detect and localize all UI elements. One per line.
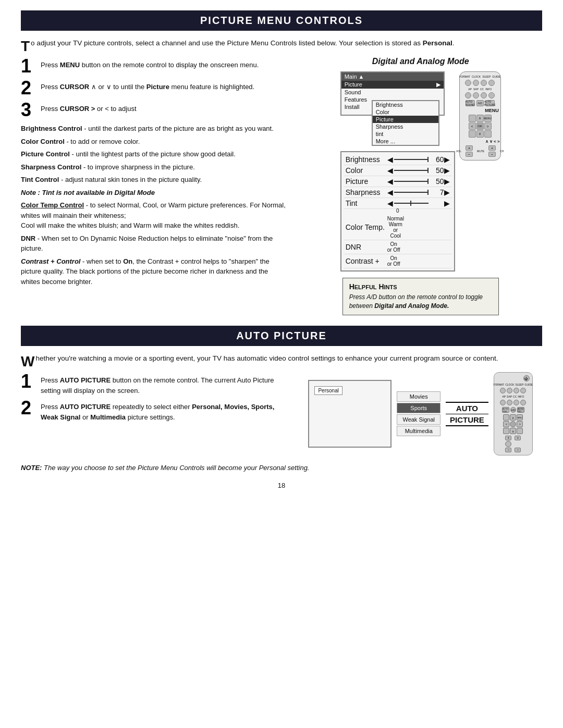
auto-picture-label-block: AUTO PICTURE (446, 402, 488, 426)
ad-btn[interactable]: A/D (476, 100, 484, 106)
step-3: 3 Press CURSOR > or < to adjust (21, 101, 288, 119)
rsm-ch-plus[interactable]: + (515, 436, 521, 440)
small-remote-mock: ⏻ FORMAT CLOCK SLEEP GUIDE AP SAP (494, 372, 533, 455)
nav-down[interactable]: ∨ (476, 130, 484, 138)
vol-controls: + − (466, 145, 473, 157)
rsm-nav-up[interactable]: ∧ (510, 414, 516, 421)
color-control: Color Control - to add or remove color. (21, 137, 288, 147)
clock-btn[interactable] (473, 80, 479, 86)
step-text-1: Press MENU button on the remote control … (41, 57, 259, 70)
guide-btn[interactable] (488, 80, 495, 86)
rsm-vol-plus[interactable]: + (505, 436, 511, 440)
rsm-nav-left[interactable]: < (503, 421, 509, 427)
sub-brightness: Brightness (373, 101, 438, 108)
rsm-nav-empty-br (517, 428, 523, 434)
rsm-mid-btn[interactable] (505, 441, 511, 447)
rsm-ch-controls: + − (515, 436, 521, 452)
rsm-format-btn[interactable] (500, 388, 506, 393)
step-num-1: 1 (21, 57, 36, 76)
nav-ok[interactable]: OK (476, 122, 484, 130)
personal-bold: Personal (423, 39, 452, 47)
nav-left[interactable]: < (469, 122, 476, 130)
tint-note: Note : Tint is not available in Digital … (21, 188, 288, 198)
rsm-power-row: ⏻ (496, 375, 531, 381)
drop-cap-w: W (21, 354, 34, 369)
step-num-3: 3 (21, 101, 36, 119)
rsm-nav-down[interactable]: ∨ (510, 428, 516, 434)
vol-ch-row: VOL + − MUTE + − CH (456, 145, 504, 157)
helpful-hints-text: Press A/D button on the remote control t… (349, 293, 492, 311)
page-number: 18 (21, 482, 542, 489)
vol-plus[interactable]: + (466, 145, 473, 151)
nav-empty-br (484, 130, 492, 138)
sharpness-control: Sharpness Control - to improve sharpness… (21, 162, 288, 172)
rsm-cc-btn[interactable] (513, 400, 519, 405)
rsm-nav-empty-bl (503, 428, 509, 434)
pmc-body: 1 Press MENU button on the remote contro… (21, 57, 542, 315)
nav-cluster: ∧ MENU < OK > ∨ (469, 115, 492, 138)
steps-block: 1 Press MENU button on the remote contro… (21, 57, 288, 119)
rsm-top-labels: FORMAT CLOCK SLEEP GUIDE (493, 383, 533, 386)
val-color: Color ◀ 50 ▶ (344, 165, 452, 176)
step-1: 1 Press MENU button on the remote contro… (21, 57, 288, 76)
nav-empty-bl (469, 130, 476, 138)
remote-control-mock: FORMAT CLOCK SLEEP GUIDE (459, 71, 501, 161)
val-brightness: Brightness ◀ 60 ▶ (344, 154, 452, 165)
auto-sound-btn[interactable]: AUTOSOUND (466, 100, 475, 106)
nav-right[interactable]: > (484, 122, 492, 130)
ch-minus[interactable]: − (488, 152, 496, 157)
rsm-vol-minus[interactable]: − (505, 448, 511, 452)
sleep-btn[interactable] (481, 80, 487, 86)
ap-step-num-2: 2 (21, 399, 36, 417)
rsm-info-btn[interactable] (520, 400, 526, 405)
rsm-ad-btn[interactable]: A/D (510, 407, 516, 413)
rsm-nav-right[interactable]: > (517, 421, 523, 427)
picture-control: Picture Control - until the lightest par… (21, 149, 288, 159)
rsm-power-btn[interactable]: ⏻ (523, 375, 530, 381)
rsm-sleep-btn[interactable] (513, 388, 519, 393)
sub-tint: tint (373, 130, 438, 138)
menu-label-row: MENU (462, 108, 498, 113)
ap-menu-wrapper: Movies Sports Weak Signal Multimedia (397, 391, 440, 436)
color-temp-control: Color Temp Control - to select Normal, C… (21, 200, 288, 231)
val-sharpness: Sharpness ◀ 7 ▶ (344, 187, 452, 198)
format-btn[interactable] (465, 80, 471, 86)
val-color-temp: Color Temp. Normal Warm or Cool (344, 215, 452, 240)
rsm-guide-btn[interactable] (520, 388, 526, 393)
rsm-nav-menu[interactable]: MNU (517, 414, 523, 421)
personal-badge: Personal (314, 386, 342, 395)
rsm-ch-minus[interactable]: − (515, 448, 521, 452)
step-num-2: 2 (21, 79, 36, 97)
rsm-autosound-btn[interactable]: AUTOSND (502, 407, 509, 413)
picture-menu-controls-section: PICTURE MENU CONTROLS To adjust your TV … (21, 10, 542, 315)
ap-sports: Sports (397, 403, 440, 413)
rsm-sap-btn[interactable] (507, 400, 512, 405)
nav-empty-tl (469, 115, 476, 122)
info-btn[interactable] (488, 92, 495, 98)
rsm-clock-btn[interactable] (507, 388, 512, 393)
picture-label: PICTURE (446, 414, 488, 426)
menu-header: Main ▲ (341, 72, 444, 81)
cc-btn[interactable] (481, 92, 487, 98)
nav-menu[interactable]: MENU (484, 115, 492, 122)
sap-btn[interactable] (473, 92, 479, 98)
ap-intro: Whether you're watching a movie or a spo… (21, 353, 542, 364)
sub-menu-screen: Brightness Color Picture Sharpness tint … (372, 100, 439, 146)
rsm-autopicture-btn[interactable]: AUTOPIC (517, 407, 524, 413)
vol-minus[interactable]: − (466, 152, 473, 157)
rsm-top-btns (500, 388, 526, 393)
ch-plus[interactable]: + (488, 145, 496, 151)
auto-picture-btn[interactable]: AUTOPICTURE (485, 100, 495, 106)
dnr-control: DNR - When set to On Dynamic Noise Reduc… (21, 233, 288, 254)
rsm-nav-ok[interactable] (510, 421, 516, 427)
helpful-hints-box: HELPFUL HINTS Press A/D button on the re… (342, 278, 499, 315)
pmc-intro: To adjust your TV picture controls, sele… (21, 38, 542, 48)
nav-up[interactable]: ∧ (476, 115, 484, 122)
ap-body: 1 Press AUTO PICTURE button on the remot… (21, 372, 542, 455)
rsm-ap-btn[interactable] (500, 400, 506, 405)
brightness-control: Brightness Control - until the darkest p… (21, 124, 288, 134)
auto-picture-section: AUTO PICTURE Whether you're watching a m… (21, 326, 542, 473)
ap-btn[interactable] (465, 92, 471, 98)
rsm-nav-cluster: ∧ MNU < > ∨ (503, 414, 523, 434)
ap-left-col: 1 Press AUTO PICTURE button on the remot… (21, 372, 288, 455)
